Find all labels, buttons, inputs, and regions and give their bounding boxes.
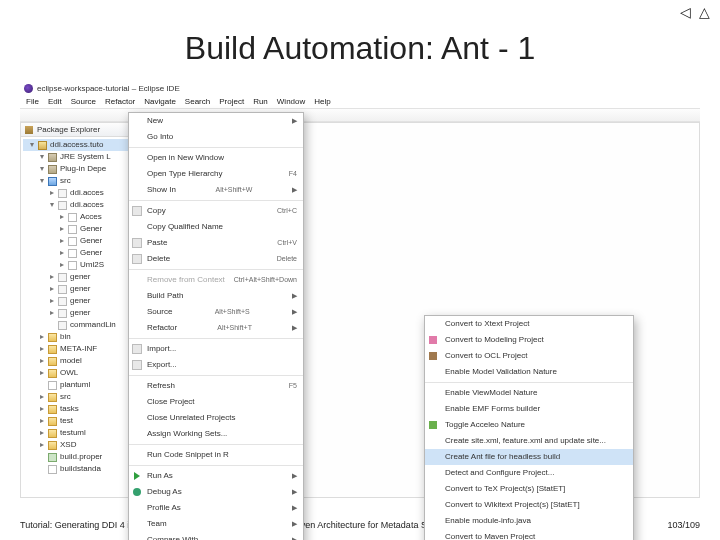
menu-item[interactable]: Export... [129, 357, 303, 373]
tree-label: gener [70, 295, 90, 307]
menu-item-label: Export... [147, 359, 177, 371]
submenu-item-label: Convert to OCL Project [445, 350, 527, 362]
menu-item[interactable]: DeleteDelete [129, 251, 303, 267]
menu-item[interactable]: Compare With▶ [129, 532, 303, 540]
submenu-item[interactable]: Convert to OCL Project [425, 348, 633, 364]
shortcut-label: Ctrl+V [277, 237, 297, 249]
submenu-item[interactable]: Create site.xml, feature.xml and update … [425, 433, 633, 449]
file-icon [68, 237, 77, 246]
menu-source[interactable]: Source [71, 97, 96, 106]
menu-item[interactable]: Profile As▶ [129, 500, 303, 516]
submenu-item-label: Convert to TeX Project(s) [StatET] [445, 483, 565, 495]
menu-item[interactable]: Remove from ContextCtrl+Alt+Shift+Down [129, 272, 303, 288]
tree-label: META-INF [60, 343, 97, 355]
pkg-icon [58, 285, 67, 294]
menu-item[interactable]: Run As▶ [129, 468, 303, 484]
tree-label: bin [60, 331, 71, 343]
submenu-item[interactable]: Enable EMF Forms builder [425, 401, 633, 417]
menu-item-label: Refresh [147, 380, 175, 392]
menu-item[interactable]: Import... [129, 341, 303, 357]
tree-label: build.proper [60, 451, 102, 463]
submenu-item[interactable]: Convert to TeX Project(s) [StatET] [425, 481, 633, 497]
menu-item-label: Team [147, 518, 167, 530]
menu-item[interactable]: Close Project [129, 394, 303, 410]
folder-icon [48, 441, 57, 450]
menu-item[interactable]: New▶ [129, 113, 303, 129]
context-menu[interactable]: New▶Go IntoOpen in New WindowOpen Type H… [128, 112, 304, 540]
menu-item[interactable]: Close Unrelated Projects [129, 410, 303, 426]
menu-item[interactable]: Copy Qualified Name [129, 219, 303, 235]
menu-run[interactable]: Run [253, 97, 268, 106]
menu-item[interactable]: CopyCtrl+C [129, 203, 303, 219]
menu-item-label: Open in New Window [147, 152, 224, 164]
submenu-item-label: Create site.xml, feature.xml and update … [445, 435, 606, 447]
configure-submenu[interactable]: Convert to Xtext ProjectConvert to Model… [424, 315, 634, 540]
tree-label: OWL [60, 367, 78, 379]
menu-item[interactable]: Go Into [129, 129, 303, 145]
shortcut-label: F4 [289, 168, 297, 180]
src-icon [48, 177, 57, 186]
submenu-item[interactable]: Toggle Acceleo Nature [425, 417, 633, 433]
submenu-arrow-icon: ▶ [292, 290, 297, 302]
menu-search[interactable]: Search [185, 97, 210, 106]
submenu-item-label: Enable EMF Forms builder [445, 403, 540, 415]
menu-edit[interactable]: Edit [48, 97, 62, 106]
lib-icon [48, 153, 57, 162]
submenu-item[interactable]: Enable Model Validation Nature [425, 364, 633, 380]
menu-item[interactable]: Show InAlt+Shift+W▶ [129, 182, 303, 198]
submenu-item[interactable]: Enable ViewModel Nature [425, 385, 633, 401]
submenu-item[interactable]: Convert to Maven Project [425, 529, 633, 540]
tree-label: commandLin [70, 319, 116, 331]
submenu-item[interactable]: Detect and Configure Project... [425, 465, 633, 481]
submenu-arrow-icon: ▶ [292, 534, 297, 540]
tree-label: Gener [80, 235, 102, 247]
tree-label: ddi.acces [70, 199, 104, 211]
file-icon [68, 249, 77, 258]
menu-item[interactable]: Open in New Window [129, 150, 303, 166]
submenu-arrow-icon: ▶ [292, 502, 297, 514]
tree-label: Plug-in Depe [60, 163, 106, 175]
menu-item[interactable]: Debug As▶ [129, 484, 303, 500]
menu-item[interactable]: Team▶ [129, 516, 303, 532]
submenu-arrow-icon: ▶ [292, 470, 297, 482]
pkg-icon [58, 321, 67, 330]
menu-item[interactable]: Run Code Snippet in R [129, 447, 303, 463]
menu-item[interactable]: SourceAlt+Shift+S▶ [129, 304, 303, 320]
folder-icon [48, 429, 57, 438]
submenu-item[interactable]: Create Ant file for headless build [425, 449, 633, 465]
menu-item-label: Source [147, 306, 172, 318]
menu-item-label: Profile As [147, 502, 181, 514]
menu-item[interactable]: PasteCtrl+V [129, 235, 303, 251]
shortcut-label: Alt+Shift+S [215, 306, 250, 318]
menu-help[interactable]: Help [314, 97, 330, 106]
folder-icon [48, 357, 57, 366]
menu-bar[interactable]: FileEditSourceRefactorNavigateSearchProj… [20, 95, 700, 108]
menu-item[interactable]: Open Type HierarchyF4 [129, 166, 303, 182]
submenu-item[interactable]: Convert to Wikitext Project(s) [StatET] [425, 497, 633, 513]
menu-item-label: Open Type Hierarchy [147, 168, 222, 180]
menu-refactor[interactable]: Refactor [105, 97, 135, 106]
submenu-arrow-icon: ▶ [292, 518, 297, 530]
eclipse-titlebar: eclipse-workspace-tutorial – Eclipse IDE [20, 82, 700, 95]
toolbar[interactable] [20, 108, 700, 122]
slide-nav-icons[interactable]: ◁ △ [680, 4, 712, 20]
file-icon [48, 381, 57, 390]
menu-item-label: Run As [147, 470, 173, 482]
menu-item-label: Import... [147, 343, 176, 355]
menu-navigate[interactable]: Navigate [144, 97, 176, 106]
menu-item[interactable]: RefactorAlt+Shift+T▶ [129, 320, 303, 336]
menu-item[interactable]: RefreshF5 [129, 378, 303, 394]
submenu-item-label: Toggle Acceleo Nature [445, 419, 525, 431]
menu-window[interactable]: Window [277, 97, 305, 106]
folder-icon [48, 345, 57, 354]
submenu-item[interactable]: Enable module-info.java [425, 513, 633, 529]
submenu-item[interactable]: Convert to Modeling Project [425, 332, 633, 348]
menu-file[interactable]: File [26, 97, 39, 106]
submenu-item-label: Convert to Xtext Project [445, 318, 529, 330]
menu-item[interactable]: Build Path▶ [129, 288, 303, 304]
menu-project[interactable]: Project [219, 97, 244, 106]
submenu-item[interactable]: Convert to Xtext Project [425, 316, 633, 332]
submenu-item-label: Enable Model Validation Nature [445, 366, 557, 378]
menu-item[interactable]: Assign Working Sets... [129, 426, 303, 442]
run-icon [132, 471, 142, 481]
